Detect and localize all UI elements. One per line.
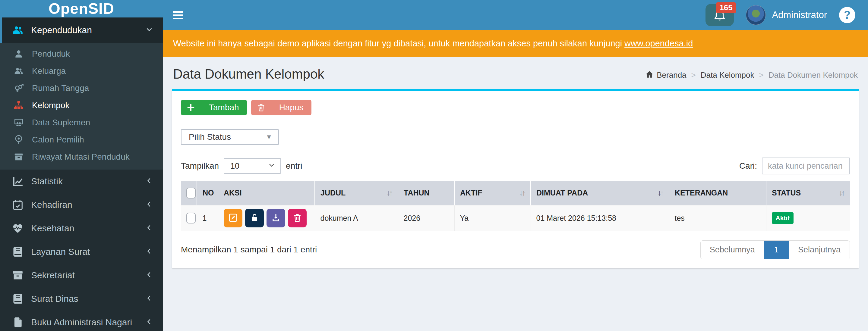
cell-no: 1	[197, 205, 218, 231]
sidebar-group-kependudukan[interactable]: Kependudukan	[0, 18, 163, 43]
page-title: Data Dokumen Kelompok	[173, 67, 324, 81]
sidebar-group-label: Kependudukan	[31, 25, 145, 35]
cell-dimuat-pada: 01 Maret 2026 15:13:58	[531, 205, 669, 231]
breadcrumb-data-kelompok[interactable]: Data Kelompok	[701, 70, 754, 80]
download-icon	[271, 213, 281, 224]
sort-icon[interactable]: ↓↑	[519, 189, 525, 197]
column-aktif[interactable]: AKTIF↓↑	[454, 181, 531, 205]
breadcrumb-current: Data Dokumen Kelompok	[769, 70, 858, 80]
bell-icon	[713, 18, 726, 23]
sidebar-item-sekretariat[interactable]: Sekretariat	[0, 264, 163, 287]
sidebar-item-kehadiran[interactable]: Kehadiran	[0, 193, 163, 217]
users-icon	[13, 66, 25, 76]
column-tahun[interactable]: TAHUN	[398, 181, 454, 205]
people-board-icon	[13, 118, 25, 127]
chevron-left-icon	[145, 247, 153, 256]
sidebar-item-surat-dinas[interactable]: Surat Dinas	[0, 287, 163, 310]
column-status[interactable]: STATUS↓↑	[766, 181, 850, 205]
sidebar-submenu: Penduduk Keluarga Rumah Tangga Kelompok	[0, 43, 163, 170]
sidebar-item-kesehatan[interactable]: Kesehatan	[0, 217, 163, 240]
chart-line-icon	[11, 175, 24, 187]
row-checkbox[interactable]	[186, 212, 196, 224]
book-icon	[11, 293, 24, 304]
chevron-down-icon	[268, 161, 276, 171]
users-icon	[11, 24, 24, 36]
username: Administrator	[772, 10, 827, 21]
edit-icon	[228, 213, 238, 224]
column-aksi: AKSI	[218, 181, 315, 205]
hamburger-icon[interactable]	[163, 0, 193, 30]
sort-desc-icon[interactable]: ↓↑	[657, 189, 663, 197]
chevron-left-icon	[145, 224, 153, 233]
plus-icon	[181, 103, 201, 112]
sitemap-icon	[13, 101, 25, 110]
home-icon	[645, 70, 657, 79]
chevron-left-icon	[145, 200, 153, 209]
opendesa-link[interactable]: www.opendesa.id	[624, 38, 693, 48]
pagination: Sebelumnya 1 Selanjutnya	[701, 240, 850, 259]
select-all-checkbox[interactable]	[186, 188, 196, 198]
app-logo[interactable]: OpenSID	[0, 0, 163, 18]
table-row: 1 dokumen A 2026 Ya 01 Maret	[181, 205, 850, 231]
sidebar-item-rumah-tangga[interactable]: Rumah Tangga	[0, 79, 163, 97]
chevron-left-icon	[145, 318, 153, 327]
archive-box-icon	[11, 270, 24, 281]
add-button[interactable]: Tambah	[181, 100, 247, 115]
delete-button[interactable]: Hapus	[251, 100, 311, 115]
chevron-down-icon	[145, 26, 153, 35]
column-dimuat-pada[interactable]: DIMUAT PADA↓↑	[531, 181, 669, 205]
cell-judul: dokumen A	[315, 205, 398, 231]
search-input[interactable]	[762, 158, 850, 174]
sidebar-item-layanan-surat[interactable]: Layanan Surat	[0, 240, 163, 264]
prev-page-button[interactable]: Sebelumnya	[701, 241, 764, 259]
calendar-check-icon	[11, 199, 24, 210]
length-label-before: Tampilkan	[181, 161, 219, 171]
user-menu[interactable]: Administrator	[746, 5, 827, 25]
documents-table: NO AKSI JUDUL↓↑ TAHUN AKTIF↓↑ DIMUAT PAD…	[181, 181, 850, 231]
column-judul[interactable]: JUDUL↓↑	[315, 181, 398, 205]
question-circle-icon[interactable]: ?	[839, 7, 855, 23]
notifications-button[interactable]: 165	[706, 4, 734, 26]
breadcrumb-beranda[interactable]: Beranda	[645, 70, 686, 80]
unlock-icon	[250, 213, 259, 224]
user-icon	[13, 49, 25, 59]
page-length-select[interactable]: 10	[224, 158, 281, 174]
page-1-button[interactable]: 1	[764, 241, 789, 259]
sidebar-item-penduduk[interactable]: Penduduk	[0, 45, 163, 62]
breadcrumb-separator: >	[691, 70, 696, 80]
archive-icon	[13, 152, 25, 162]
breadcrumb-separator: >	[759, 70, 764, 80]
edit-button[interactable]	[224, 209, 242, 227]
sidebar-item-calon-pemilih[interactable]: Calon Pemilih	[0, 131, 163, 148]
sidebar-item-kelompok[interactable]: Kelompok	[0, 97, 163, 114]
chevron-left-icon	[145, 294, 153, 303]
sidebar-item-keluarga[interactable]: Keluarga	[0, 62, 163, 79]
sort-icon[interactable]: ↓↑	[386, 189, 392, 197]
status-filter-select[interactable]: Pilih Status ▼	[181, 129, 279, 145]
chevron-left-icon	[145, 271, 153, 280]
demo-banner-text: Website ini hanya sebagai demo aplikasi …	[173, 38, 622, 48]
venus-mars-icon	[13, 84, 25, 93]
cell-aktif: Ya	[454, 205, 531, 231]
heartbeat-icon	[11, 223, 24, 234]
user-avatar	[746, 5, 766, 25]
caret-down-icon: ▼	[266, 133, 272, 141]
sidebar-item-statistik[interactable]: Statistik	[0, 170, 163, 193]
delete-row-button[interactable]	[288, 209, 307, 227]
download-button[interactable]	[267, 209, 285, 227]
trash-icon	[292, 213, 302, 224]
sidebar-item-riwayat-mutasi[interactable]: Riwayat Mutasi Penduduk	[0, 148, 163, 165]
sidebar-item-data-suplemen[interactable]: Data Suplemen	[0, 114, 163, 131]
next-page-button[interactable]: Selanjutnya	[789, 241, 849, 259]
file-icon	[11, 317, 24, 328]
unlock-button[interactable]	[245, 209, 264, 227]
breadcrumb: Beranda > Data Kelompok > Data Dokumen K…	[645, 70, 858, 81]
podcast-icon	[13, 135, 25, 144]
sidebar-item-buku-administrasi[interactable]: Buku Administrasi Nagari	[0, 310, 163, 331]
status-badge: Aktif	[772, 212, 794, 224]
search-label: Cari:	[739, 161, 757, 171]
chevron-left-icon	[145, 177, 153, 186]
sidebar-menu: Kependudukan Penduduk Keluarga	[0, 18, 163, 331]
sort-icon[interactable]: ↓↑	[839, 189, 844, 197]
top-navbar: 165 Administrator ?	[163, 0, 868, 30]
